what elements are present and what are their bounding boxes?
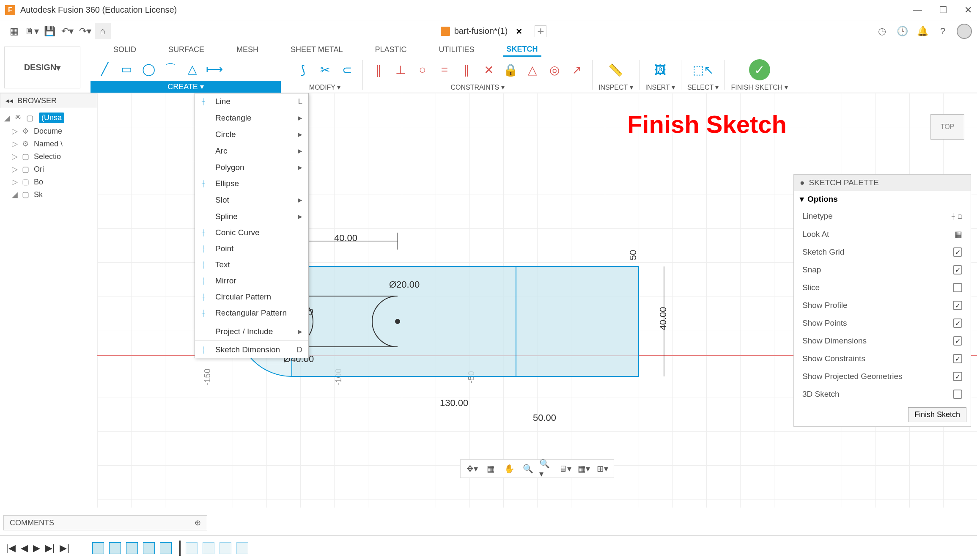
menu-item-slot[interactable]: Slot▸	[195, 192, 308, 208]
modify-group-label[interactable]: MODIFY ▾	[309, 82, 340, 93]
fillet-tool-icon[interactable]: ⟆	[293, 60, 313, 80]
menu-item-arc[interactable]: Arc▸	[195, 143, 308, 159]
orbit-icon[interactable]: ✥▾	[465, 461, 479, 476]
select-icon[interactable]: ⬚↖	[693, 60, 713, 80]
close-button[interactable]: ✕	[964, 5, 972, 16]
zoom-icon[interactable]: 🔍	[521, 461, 535, 476]
polygon-tool-icon[interactable]: △	[183, 59, 202, 79]
ribbon-tab-mesh[interactable]: MESH	[233, 44, 262, 56]
ribbon-tab-solid[interactable]: SOLID	[110, 44, 140, 56]
timeline-next-icon[interactable]: ▶|	[45, 543, 55, 554]
palette-row-show-projected-geometries[interactable]: Show Projected Geometries	[794, 368, 971, 385]
timeline-feature[interactable]	[92, 542, 104, 554]
new-file-icon[interactable]: 🗎▾	[24, 23, 40, 39]
viewcube[interactable]: TOP	[930, 114, 964, 140]
dimension-50[interactable]: 50.00	[533, 412, 556, 423]
timeline-feature[interactable]	[143, 542, 155, 554]
menu-item-rectangular-pattern[interactable]: ⟊Rectangular Pattern	[195, 305, 308, 321]
ribbon-tab-utilities[interactable]: UTILITIES	[435, 44, 478, 56]
menu-item-circular-pattern[interactable]: ⟊Circular Pattern	[195, 289, 308, 305]
maximize-button[interactable]: ☐	[939, 5, 947, 16]
finish-sketch-group-label[interactable]: FINISH SKETCH ▾	[731, 82, 788, 93]
menu-item-mirror[interactable]: ⟊Mirror	[195, 273, 308, 289]
timeline-marker[interactable]	[179, 541, 181, 556]
palette-section-options[interactable]: ▾ Options	[794, 191, 971, 207]
insert-group-label[interactable]: INSERT ▾	[645, 82, 675, 93]
redo-icon[interactable]: ↷▾	[77, 23, 93, 39]
add-comment-icon[interactable]: ⊕	[195, 518, 201, 527]
insert-icon[interactable]: 🖼	[650, 60, 670, 80]
timeline-feature[interactable]	[109, 542, 121, 554]
timeline-feature[interactable]	[186, 542, 198, 554]
menu-item-rectangle[interactable]: Rectangle▸	[195, 110, 308, 126]
coincident-constraint-icon[interactable]: ✕	[479, 60, 498, 80]
grid-display-icon[interactable]: ▦▾	[576, 461, 591, 476]
undo-icon[interactable]: ↶▾	[59, 23, 75, 39]
finish-sketch-button[interactable]: Finish Sketch	[908, 407, 966, 422]
fix-constraint-icon[interactable]: 🔒	[501, 60, 520, 80]
concentric-constraint-icon[interactable]: ◎	[545, 60, 564, 80]
timeline-prev-icon[interactable]: ◀	[21, 543, 28, 554]
palette-row-sketch-grid[interactable]: Sketch Grid	[794, 243, 971, 261]
timeline-feature[interactable]	[220, 542, 231, 554]
browser-item[interactable]: ▷▢Ori	[2, 163, 96, 176]
user-avatar[interactable]	[957, 24, 972, 39]
menu-item-spline[interactable]: Spline▸	[195, 208, 308, 225]
line-tool-icon[interactable]: ╱	[95, 59, 114, 79]
browser-item[interactable]: ▷⚙Docume	[2, 125, 96, 137]
menu-item-polygon[interactable]: Polygon▸	[195, 159, 308, 176]
palette-row--d-sketch[interactable]: 3D Sketch	[794, 385, 971, 403]
timeline-feature[interactable]	[203, 542, 214, 554]
ribbon-tab-sketch[interactable]: SKETCH	[503, 43, 541, 57]
trim-tool-icon[interactable]: ✂	[315, 60, 335, 80]
browser-item[interactable]: ▷⚙Named \	[2, 137, 96, 150]
midpoint-constraint-icon[interactable]: △	[523, 60, 542, 80]
symmetry-constraint-icon[interactable]: ↗	[567, 60, 586, 80]
rectangle-tool-icon[interactable]: ▭	[117, 59, 136, 79]
palette-row-snap[interactable]: Snap	[794, 261, 971, 279]
dimension-130[interactable]: 130.00	[440, 398, 468, 409]
home-icon[interactable]: ⌂	[95, 23, 111, 39]
dimension-40[interactable]: 40.00	[334, 233, 357, 244]
close-tab-button[interactable]: ×	[516, 25, 522, 37]
palette-row-look-at[interactable]: Look At▦	[794, 225, 971, 243]
viewport-icon[interactable]: ⊞▾	[595, 461, 609, 476]
pan-icon[interactable]: ✋	[502, 461, 516, 476]
offset-tool-icon[interactable]: ⊂	[337, 60, 357, 80]
palette-row-slice[interactable]: Slice	[794, 279, 971, 296]
timeline-feature[interactable]	[126, 542, 138, 554]
jobs-icon[interactable]: 🕓	[896, 25, 908, 38]
vertical-constraint-icon[interactable]: ⊥	[391, 60, 410, 80]
lookat-icon[interactable]: ▦	[483, 461, 498, 476]
timeline-feature[interactable]	[160, 542, 172, 554]
comments-bar[interactable]: COMMENTS⊕	[3, 515, 207, 530]
browser-item[interactable]: ▷▢Selectio	[2, 150, 96, 163]
timeline-play-icon[interactable]: ▶	[33, 543, 40, 554]
palette-row-show-dimensions[interactable]: Show Dimensions	[794, 332, 971, 350]
constraints-group-label[interactable]: CONSTRAINTS ▾	[450, 82, 504, 93]
menu-item-text[interactable]: ⟊Text	[195, 257, 308, 273]
browser-header[interactable]: ◂◂BROWSER	[0, 93, 97, 108]
timeline-end-icon[interactable]: ▶|	[60, 543, 69, 554]
ribbon-tab-surface[interactable]: SURFACE	[165, 44, 208, 56]
browser-item[interactable]: ◢▢Sk	[2, 188, 96, 201]
arc-tool-icon[interactable]: ⌒	[161, 59, 180, 79]
finish-sketch-icon[interactable]: ✓	[749, 59, 770, 80]
circle-tool-icon[interactable]: ◯	[139, 59, 158, 79]
browser-item[interactable]: ▷▢Bo	[2, 176, 96, 188]
inspect-group-label[interactable]: INSPECT ▾	[598, 82, 633, 93]
canvas[interactable]: -200 -150 -100 -50 40.00 Ø20.00 Ø	[97, 93, 977, 508]
apps-grid-icon[interactable]: ▦	[6, 23, 22, 39]
browser-root[interactable]: ◢👁▢(Unsa	[2, 111, 96, 125]
ribbon-tab-plastic[interactable]: PLASTIC	[371, 44, 410, 56]
palette-row-show-constraints[interactable]: Show Constraints	[794, 350, 971, 368]
dimension-50v[interactable]: 50	[628, 250, 639, 260]
dimension-40v[interactable]: 40.00	[658, 307, 669, 330]
ribbon-tab-sheet metal[interactable]: SHEET METAL	[287, 44, 346, 56]
menu-item-project-include[interactable]: Project / Include▸	[195, 323, 308, 340]
palette-header[interactable]: ● SKETCH PALETTE	[794, 175, 971, 191]
select-group-label[interactable]: SELECT ▾	[687, 82, 719, 93]
menu-item-line[interactable]: ⟊LineL	[195, 93, 308, 110]
display-icon[interactable]: 🖥▾	[558, 461, 572, 476]
menu-item-sketch-dimension[interactable]: ⟊Sketch DimensionD	[195, 342, 308, 358]
